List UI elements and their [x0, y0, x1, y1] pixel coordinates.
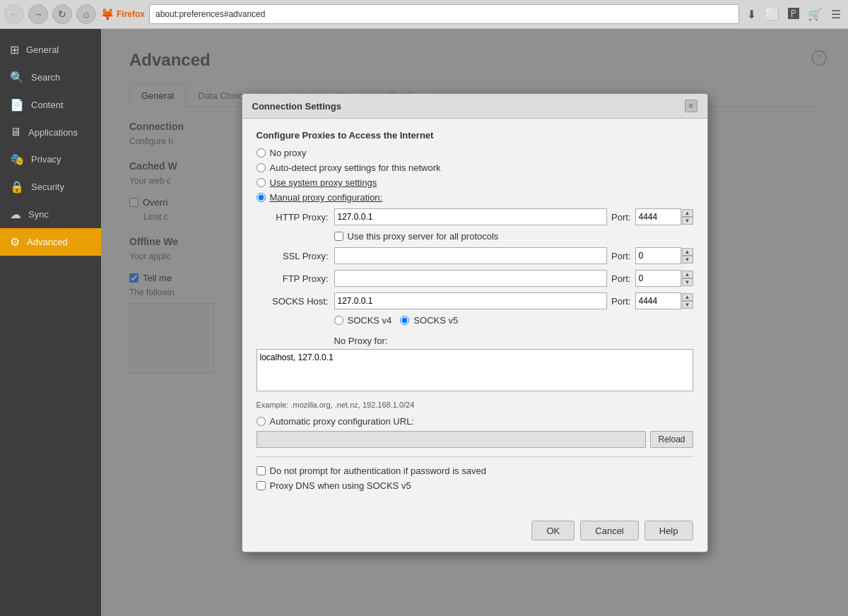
ssl-port-input[interactable] [635, 247, 681, 264]
socks-v4-radio[interactable] [334, 316, 343, 325]
advanced-icon: ⚙ [10, 235, 20, 249]
system-proxy-label[interactable]: Use system proxy settings [270, 177, 377, 188]
socks-host-input[interactable] [334, 292, 608, 309]
firefox-logo: 🦊 Firefox [100, 8, 145, 21]
sidebar-label-privacy: Privacy [31, 154, 61, 165]
home-button[interactable]: ⌂ [76, 4, 96, 24]
reload-button[interactable]: ↻ [52, 4, 72, 24]
socks-port-down[interactable]: ▼ [682, 301, 693, 309]
ftp-port-spinner: ▲ ▼ [682, 271, 693, 286]
browser-toolbar: ← → ↻ ⌂ 🦊 Firefox about:preferences#adva… [0, 0, 848, 28]
http-proxy-label: HTTP Proxy: [257, 212, 334, 223]
browser-chrome: ← → ↻ ⌂ 🦊 Firefox about:preferences#adva… [0, 0, 848, 29]
sidebar: ⊞ General 🔍 Search 📄 Content 🖥 Applicati… [0, 29, 101, 616]
auto-detect-label[interactable]: Auto-detect proxy settings for this netw… [270, 162, 441, 173]
reload-button[interactable]: Reload [650, 431, 693, 448]
use-for-all-label[interactable]: Use this proxy server for all protocols [348, 231, 499, 242]
no-proxy-section: No Proxy for: localhost, 127.0.0.1 [257, 336, 693, 393]
socks-v4-group: SOCKS v4 [334, 315, 392, 326]
applications-icon: 🖥 [10, 126, 21, 138]
dialog-close-button[interactable]: × [685, 100, 697, 112]
sidebar-label-security: Security [31, 182, 64, 192]
cart-icon[interactable]: 🛒 [807, 6, 823, 22]
auto-proxy-radio[interactable] [257, 417, 266, 426]
use-for-all-row: Use this proxy server for all protocols [334, 231, 693, 242]
proxy-dns-row: Proxy DNS when using SOCKS v5 [257, 480, 693, 491]
sidebar-item-applications[interactable]: 🖥 Applications [0, 119, 101, 146]
http-port-down[interactable]: ▼ [682, 217, 693, 225]
sidebar-label-advanced: Advanced [27, 237, 68, 247]
socks-v5-radio[interactable] [400, 316, 409, 325]
socks-version-row: SOCKS v4 SOCKS v5 [334, 315, 693, 330]
socks-port-up[interactable]: ▲ [682, 293, 693, 301]
auto-proxy-label[interactable]: Automatic proxy configuration URL: [270, 416, 414, 427]
system-proxy-radio[interactable] [257, 178, 266, 187]
ftp-proxy-row: FTP Proxy: Port: ▲ ▼ [257, 270, 693, 287]
back-button[interactable]: ← [4, 4, 24, 24]
http-port-up[interactable]: ▲ [682, 209, 693, 217]
no-auth-checkbox[interactable] [257, 466, 266, 475]
ftp-proxy-label: FTP Proxy: [257, 273, 334, 284]
example-text: Example: .mozilla.org, .net.nz, 192.168.… [257, 401, 693, 409]
socks-port-input[interactable] [635, 292, 681, 309]
socks-host-label: SOCKS Host: [257, 296, 334, 307]
http-proxy-input[interactable] [334, 208, 608, 225]
socks-port-label: Port: [607, 296, 635, 307]
address-bar[interactable]: about:preferences#advanced [149, 4, 739, 24]
ssl-proxy-input[interactable] [334, 247, 608, 264]
proxy-dns-checkbox[interactable] [257, 481, 266, 490]
download-icon[interactable]: ⬇ [743, 6, 759, 22]
cancel-button[interactable]: Cancel [580, 521, 638, 540]
sidebar-item-content[interactable]: 📄 Content [0, 91, 101, 119]
ssl-port-up[interactable]: ▲ [682, 248, 693, 256]
ok-button[interactable]: OK [531, 521, 575, 540]
no-auth-prompt-row: Do not prompt for authentication if pass… [257, 466, 693, 476]
tab-icon[interactable]: ⬜ [765, 6, 780, 22]
http-port-spinner: ▲ ▼ [682, 209, 693, 225]
sidebar-label-applications: Applications [28, 127, 78, 138]
ftp-proxy-input[interactable] [334, 270, 608, 287]
proxy-dns-label[interactable]: Proxy DNS when using SOCKS v5 [270, 480, 411, 491]
pocket-icon[interactable]: 🅿 [786, 6, 801, 22]
firefox-icon: 🦊 [100, 8, 114, 21]
ssl-proxy-row: SSL Proxy: Port: ▲ ▼ [257, 247, 693, 264]
socks-port-spinner: ▲ ▼ [682, 293, 693, 309]
sidebar-label-sync: Sync [28, 209, 49, 220]
radio-manual-proxy: Manual proxy configuration: [257, 192, 693, 203]
sidebar-item-security[interactable]: 🔒 Security [0, 173, 101, 201]
ftp-port-label: Port: [607, 273, 635, 284]
general-icon: ⊞ [10, 43, 19, 57]
no-proxy-textarea[interactable]: localhost, 127.0.0.1 [257, 349, 693, 391]
bottom-checkboxes: Do not prompt for authentication if pass… [257, 466, 693, 491]
socks-v5-label[interactable]: SOCKS v5 [413, 315, 458, 326]
ssl-port-label: Port: [607, 251, 635, 261]
use-for-all-checkbox[interactable] [334, 232, 343, 241]
auto-proxy-input[interactable] [257, 431, 647, 448]
socks-v4-label[interactable]: SOCKS v4 [348, 315, 392, 326]
ssl-proxy-label: SSL Proxy: [257, 251, 334, 261]
ftp-port-input[interactable] [635, 270, 681, 287]
ssl-port-spinner: ▲ ▼ [682, 248, 693, 263]
ftp-port-up[interactable]: ▲ [682, 271, 693, 278]
no-proxy-radio[interactable] [257, 148, 266, 158]
http-port-input[interactable] [635, 208, 681, 225]
sidebar-item-sync[interactable]: ☁ Sync [0, 201, 101, 228]
sidebar-item-general[interactable]: ⊞ General [0, 36, 101, 64]
ftp-port-down[interactable]: ▼ [682, 278, 693, 286]
sidebar-item-privacy[interactable]: 🎭 Privacy [0, 146, 101, 173]
manual-proxy-label[interactable]: Manual proxy configuration: [270, 192, 383, 203]
dialog-footer: OK Cancel Help [242, 514, 707, 552]
url-text: about:preferences#advanced [155, 9, 265, 19]
no-proxy-label[interactable]: No proxy [270, 148, 307, 158]
forward-button[interactable]: → [28, 4, 48, 24]
socks-v5-group: SOCKS v5 [400, 315, 458, 326]
help-button[interactable]: Help [644, 521, 693, 540]
ssl-port-down[interactable]: ▼ [682, 256, 693, 263]
sidebar-item-advanced[interactable]: ⚙ Advanced [0, 228, 101, 256]
auto-detect-radio[interactable] [257, 163, 266, 172]
sidebar-item-search[interactable]: 🔍 Search [0, 64, 101, 91]
radio-auto-detect: Auto-detect proxy settings for this netw… [257, 162, 693, 173]
manual-proxy-radio[interactable] [257, 193, 266, 202]
menu-icon[interactable]: ☰ [828, 6, 844, 22]
no-auth-label[interactable]: Do not prompt for authentication if pass… [270, 466, 486, 476]
